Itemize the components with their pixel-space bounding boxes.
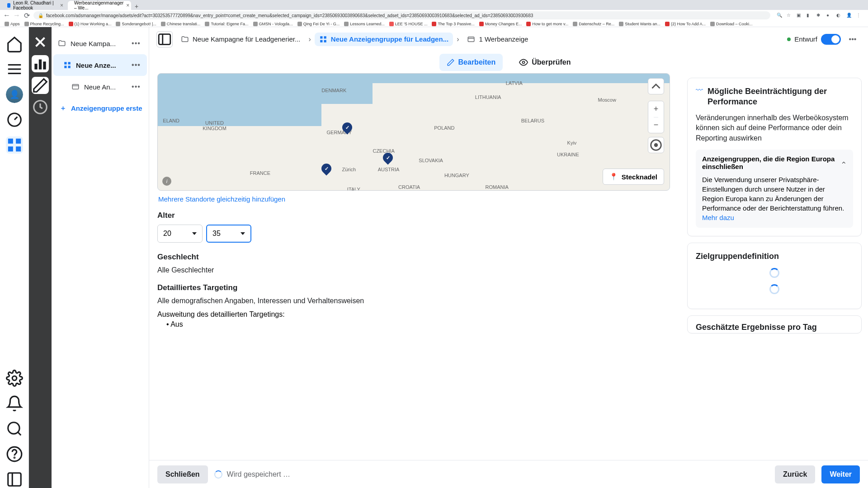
tab-strip: Leon R. Chaudhari | Facebook× Werbeanzei… bbox=[0, 0, 868, 10]
bookmark[interactable]: Chinese translati... bbox=[161, 22, 201, 26]
cast-icon[interactable]: ▣ bbox=[797, 13, 802, 18]
bookmark[interactable]: Qing Fei De Yi - G... bbox=[297, 22, 340, 26]
bookmark[interactable]: (2) How To Add A... bbox=[665, 22, 706, 26]
bookmark[interactable]: GMSN - Vologda... bbox=[253, 22, 293, 26]
bookmark[interactable]: Tutorial: Eigene Fa... bbox=[205, 22, 248, 26]
back-icon[interactable]: ← bbox=[4, 12, 10, 19]
bookmark[interactable]: Phone Recycling... bbox=[24, 22, 64, 26]
bookmark[interactable]: Lessons Learned... bbox=[344, 22, 385, 26]
bookmark[interactable]: Money Changes E... bbox=[479, 22, 522, 26]
close-icon[interactable]: × bbox=[60, 2, 63, 9]
menu-icon[interactable]: ⋮ bbox=[856, 13, 862, 18]
ext-icon[interactable]: ✱ bbox=[816, 13, 822, 18]
fb-ext-icon[interactable]: ▮ bbox=[807, 13, 812, 18]
reload-icon[interactable]: ⟳ bbox=[24, 12, 30, 19]
bookmark[interactable]: Student Wants an... bbox=[619, 22, 660, 26]
bookmark[interactable]: Sonderangebot! |... bbox=[116, 22, 156, 26]
bookmark[interactable]: LEE 'S HOUSE ... bbox=[389, 22, 428, 26]
ext-icon[interactable]: ◐ bbox=[836, 13, 842, 18]
bookmarks-bar: Apps Phone Recycling... (1) How Working … bbox=[0, 21, 868, 27]
bookmark[interactable]: Download – Cooki... bbox=[710, 22, 753, 26]
browser-tab[interactable]: Leon R. Chaudhari | Facebook× bbox=[4, 1, 67, 10]
bookmark[interactable]: (1) How Working a... bbox=[69, 22, 112, 26]
bookmark[interactable]: Datenschutz – Re... bbox=[573, 22, 614, 26]
new-tab-button[interactable]: + bbox=[132, 3, 141, 10]
zoom-icon[interactable]: 🔍 bbox=[777, 13, 782, 18]
close-icon[interactable]: × bbox=[126, 2, 129, 9]
avatar-icon[interactable]: 👤 bbox=[846, 13, 852, 18]
browser-tab[interactable]: Werbeanzeigenmanager – We...× bbox=[68, 1, 131, 10]
ext-icon[interactable]: ● bbox=[826, 13, 832, 18]
bookmark[interactable]: How to get more v... bbox=[526, 22, 568, 26]
star-icon[interactable]: ☆ bbox=[787, 13, 792, 18]
address-bar[interactable]: 🔒facebook.com/adsmanager/manage/adsets/e… bbox=[33, 11, 770, 19]
bookmark[interactable]: Apps bbox=[5, 22, 20, 26]
browser-chrome: Leon R. Chaudhari | Facebook× Werbeanzei… bbox=[0, 0, 868, 27]
forward-icon[interactable]: → bbox=[14, 12, 20, 19]
bookmark[interactable]: The Top 3 Passive... bbox=[432, 22, 474, 26]
